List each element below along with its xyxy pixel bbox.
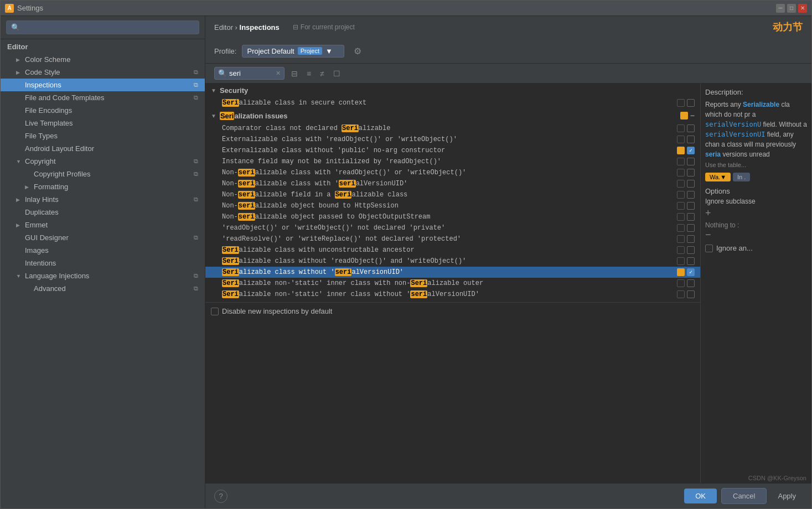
- remove-button[interactable]: −: [705, 229, 711, 240]
- ignore-option: Ignore an...: [705, 244, 807, 252]
- dropdown-arrow-icon: ▼: [325, 47, 333, 55]
- sidebar-item-label: Formatting: [34, 183, 68, 191]
- sidebar-item-copyright[interactable]: ▼ Copyright ⧉: [1, 155, 205, 168]
- sidebar-item-inlay-hints[interactable]: ▶ Inlay Hints ⧉: [1, 193, 205, 206]
- checkbox[interactable]: [687, 202, 695, 210]
- clear-search-button[interactable]: ✕: [276, 70, 281, 77]
- maximize-button[interactable]: □: [787, 4, 796, 13]
- inspection-label: 'readResolve()' or 'writeReplace()' not …: [222, 235, 677, 243]
- checkbox[interactable]: [687, 99, 695, 107]
- disable-new-checkbox[interactable]: [211, 308, 219, 315]
- checkbox[interactable]: [687, 169, 695, 176]
- sidebar-item-live-templates[interactable]: Live Templates: [1, 117, 205, 129]
- cancel-button[interactable]: Cancel: [721, 488, 767, 504]
- filter-button[interactable]: ⊟: [289, 68, 300, 79]
- sidebar-item-file-encodings[interactable]: File Encodings: [1, 104, 205, 117]
- group-serialization-issues[interactable]: ▼ Serialization issues −: [205, 108, 700, 123]
- checkbox[interactable]: [687, 136, 695, 143]
- expand-all-button[interactable]: ≡: [304, 68, 313, 79]
- row-controls: [677, 191, 695, 199]
- minus-icon[interactable]: −: [690, 111, 695, 120]
- inspection-row[interactable]: Serializable non-'static' inner class wi…: [205, 289, 700, 300]
- panel-header: Editor › Inspections ⊟ For current proje…: [205, 16, 811, 39]
- sidebar-item-file-code-templates[interactable]: File and Code Templates ⧉: [1, 91, 205, 104]
- profile-dropdown[interactable]: Project Default Project ▼: [242, 45, 344, 58]
- checkbox[interactable]: [687, 158, 695, 165]
- inspection-row[interactable]: Serializable non-'static' inner class wi…: [205, 278, 700, 289]
- inspection-button[interactable]: In .: [733, 173, 750, 181]
- right-panel: Editor › Inspections ⊟ For current proje…: [205, 16, 811, 508]
- inspection-row[interactable]: Non-serializable class with 'readObject(…: [205, 167, 700, 178]
- sidebar-item-inspections[interactable]: Inspections ⧉: [1, 79, 205, 91]
- ignore-checkbox[interactable]: [705, 245, 713, 252]
- checkbox[interactable]: [687, 213, 695, 221]
- checkbox[interactable]: ✓: [687, 147, 695, 154]
- severity-indicator: [677, 99, 685, 107]
- window-title: Settings: [17, 4, 43, 12]
- inspection-row[interactable]: 'readObject()' or 'writeObject()' not de…: [205, 222, 700, 233]
- checkbox[interactable]: [687, 124, 695, 132]
- search-input[interactable]: [229, 69, 273, 77]
- checkbox[interactable]: [687, 290, 695, 298]
- sidebar-item-label: Color Scheme: [25, 55, 70, 64]
- checkbox[interactable]: [687, 191, 695, 199]
- checkbox[interactable]: [687, 224, 695, 232]
- apply-button[interactable]: Apply: [771, 489, 803, 503]
- sidebar-item-file-types[interactable]: File Types: [1, 129, 205, 142]
- sidebar-item-label: Emmet: [25, 221, 48, 229]
- checkbox[interactable]: [687, 246, 695, 254]
- warning-button[interactable]: Wa.▼: [705, 173, 731, 181]
- inspection-row[interactable]: Externalizable class with 'readObject()'…: [205, 134, 700, 145]
- disable-new-label: Disable new inspections by default: [222, 307, 332, 315]
- collapse-all-button[interactable]: ≠: [318, 68, 327, 79]
- sidebar-item-android-layout-editor[interactable]: Android Layout Editor: [1, 142, 205, 155]
- sidebar-item-intentions[interactable]: Intentions: [1, 257, 205, 269]
- close-button[interactable]: ✕: [798, 4, 807, 13]
- inspection-row[interactable]: 'readResolve()' or 'writeReplace()' not …: [205, 233, 700, 245]
- checkbox[interactable]: [687, 257, 695, 265]
- sidebar-item-advanced[interactable]: Advanced ⧉: [1, 282, 205, 295]
- sidebar-item-code-style[interactable]: ▶ Code Style ⧉: [1, 66, 205, 79]
- checkbox[interactable]: [687, 279, 695, 287]
- inspection-row[interactable]: Serializable class without 'readObject()…: [205, 256, 700, 267]
- sidebar-search-input[interactable]: [6, 20, 199, 34]
- ok-button[interactable]: OK: [684, 489, 717, 503]
- sidebar-item-gui-designer[interactable]: GUI Designer ⧉: [1, 231, 205, 244]
- inspection-row[interactable]: Instance field may not be initialized by…: [205, 156, 700, 167]
- description-buttons: Wa.▼ In .: [705, 173, 807, 181]
- sidebar-item-formatting[interactable]: ▶ Formatting: [1, 180, 205, 193]
- arrow-icon: ▶: [16, 57, 22, 63]
- add-button[interactable]: +: [705, 207, 807, 219]
- inspection-row[interactable]: Externalizable class without 'public' no…: [205, 145, 700, 156]
- gear-button[interactable]: ⚙: [350, 43, 365, 59]
- chinese-watermark: 动力节: [773, 20, 803, 34]
- inspection-row[interactable]: Non-serializable class with 'serialVersi…: [205, 178, 700, 189]
- desc-highlight-versionu: serialVersionU: [705, 121, 761, 128]
- sidebar-item-color-scheme[interactable]: ▶ Color Scheme: [1, 53, 205, 66]
- row-controls: [677, 124, 695, 132]
- sidebar-item-copyright-profiles[interactable]: Copyright Profiles ⧉: [1, 168, 205, 180]
- sidebar-item-emmet[interactable]: ▶ Emmet: [1, 219, 205, 231]
- inspection-row[interactable]: Non-serializable object bound to HttpSes…: [205, 200, 700, 211]
- checkbox[interactable]: ✓: [687, 268, 695, 276]
- inspection-row[interactable]: Non-serializable field in a Serializable…: [205, 189, 700, 200]
- severity-indicator: [677, 169, 685, 176]
- checkbox[interactable]: [687, 180, 695, 188]
- inspection-row[interactable]: Serializable class in secure context: [205, 97, 700, 108]
- group-security[interactable]: ▼ Security: [205, 84, 700, 97]
- sidebar-item-language-injections[interactable]: ▼ Language Injections ⧉: [1, 269, 205, 282]
- sidebar-item-label: Copyright: [25, 157, 56, 165]
- minimize-button[interactable]: ─: [776, 4, 785, 13]
- inspection-row[interactable]: Comparator class not declared Serializab…: [205, 123, 700, 134]
- inspection-row-selected[interactable]: Serializable class without 'serialVersio…: [205, 267, 700, 278]
- row-controls: [677, 279, 695, 287]
- checkbox[interactable]: [687, 235, 695, 243]
- sidebar-item-duplicates[interactable]: Duplicates: [1, 206, 205, 219]
- severity-indicator: [677, 224, 685, 232]
- help-button[interactable]: ?: [214, 490, 227, 503]
- copy-icon: ⧉: [194, 170, 198, 178]
- sidebar-item-images[interactable]: Images: [1, 244, 205, 257]
- inspection-row[interactable]: Non-serializable object passed to Object…: [205, 211, 700, 222]
- view-options-button[interactable]: ☐: [331, 68, 343, 79]
- inspection-row[interactable]: Serializable class with unconstructable …: [205, 245, 700, 256]
